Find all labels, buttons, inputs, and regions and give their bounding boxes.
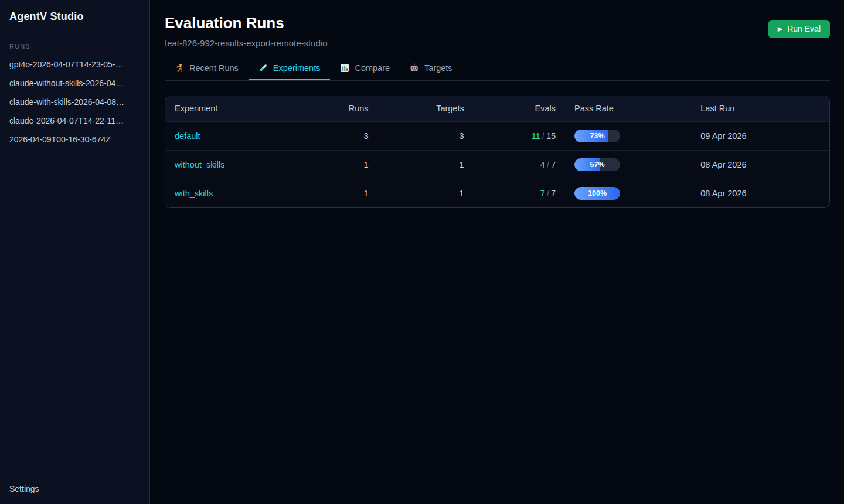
last-run-date: 08 Apr 2026 [691, 150, 829, 179]
evals-passed: 11 [532, 131, 540, 141]
pass-rate-label: 73% [574, 130, 620, 142]
pass-rate-cell: 100% [565, 179, 691, 207]
evals-passed: 4 [540, 160, 545, 169]
evals-separator: / [545, 160, 551, 169]
runs-section-label: RUNS [0, 43, 149, 50]
pass-rate-pill: 100% [574, 187, 620, 200]
runs-nav: RUNS gpt4o-2026-04-07T14-23-05-… claude-… [0, 33, 149, 475]
targets-count: 1 [378, 179, 474, 207]
experiment-link[interactable]: default [175, 131, 200, 141]
experiments-table: Experiment Runs Targets Evals Pass Rate … [165, 96, 830, 208]
play-icon: ▶ [778, 26, 782, 32]
pass-rate-label: 100% [574, 187, 620, 200]
evals-separator: / [545, 189, 551, 198]
column-header-pass-rate: Pass Rate [565, 96, 691, 122]
last-run-date: 08 Apr 2026 [691, 179, 829, 207]
page-header: Evaluation Runs feat-826-992-results-exp… [165, 15, 830, 48]
app-title: AgentV Studio [9, 11, 140, 23]
tab-bar: Recent Runs Experiments [165, 57, 830, 81]
targets-count: 1 [378, 150, 474, 179]
robot-icon [410, 63, 419, 73]
tab-targets[interactable]: Targets [400, 57, 462, 80]
tab-label: Compare [355, 63, 390, 73]
runs-count: 1 [285, 150, 378, 179]
targets-count: 3 [378, 121, 474, 150]
run-eval-button[interactable]: ▶ Run Eval [768, 20, 830, 38]
column-header-last-run: Last Run [691, 96, 829, 122]
table-row: default 3 3 11/15 73% 09 Apr 2026 [165, 121, 829, 150]
pass-rate-pill: 73% [574, 130, 620, 142]
evals-total: 15 [546, 131, 556, 141]
column-header-experiment: Experiment [165, 96, 285, 122]
tab-experiments[interactable]: Experiments [249, 57, 331, 80]
tab-label: Recent Runs [189, 63, 239, 73]
pass-rate-label: 57% [574, 158, 620, 171]
pass-rate-cell: 73% [565, 121, 691, 150]
bar-chart-icon [340, 63, 349, 73]
column-header-runs: Runs [285, 96, 378, 122]
column-header-evals: Evals [474, 96, 565, 122]
last-run-date: 09 Apr 2026 [691, 121, 829, 150]
evals-total: 7 [551, 160, 556, 169]
main-content: Evaluation Runs feat-826-992-results-exp… [150, 0, 844, 504]
table-row: with_skills 1 1 7/7 100% 08 Apr 2026 [165, 179, 829, 207]
table-header-row: Experiment Runs Targets Evals Pass Rate … [165, 96, 829, 122]
app-window: AgentV Studio RUNS gpt4o-2026-04-07T14-2… [0, 0, 844, 504]
page-subtitle: feat-826-992-results-export-remote-studi… [165, 38, 328, 48]
sidebar-run-item[interactable]: claude-2026-04-07T14-22-11… [0, 111, 149, 130]
page-title: Evaluation Runs [165, 15, 328, 32]
runs-count: 3 [285, 121, 378, 150]
evals-cell: 4/7 [474, 150, 565, 179]
table-row: without_skills 1 1 4/7 57% 08 Apr 2026 [165, 150, 829, 179]
pass-rate-pill: 57% [574, 158, 620, 171]
evals-cell: 7/7 [474, 179, 565, 207]
experiment-link[interactable]: with_skills [175, 189, 213, 198]
column-header-targets: Targets [378, 96, 474, 122]
sidebar: AgentV Studio RUNS gpt4o-2026-04-07T14-2… [0, 0, 150, 504]
run-eval-label: Run Eval [787, 24, 821, 33]
runs-count: 1 [285, 179, 378, 207]
pass-rate-cell: 57% [565, 150, 691, 179]
sidebar-header: AgentV Studio [0, 0, 149, 33]
evals-passed: 7 [540, 189, 545, 198]
evals-cell: 11/15 [474, 121, 565, 150]
sidebar-run-item[interactable]: 2026-04-09T00-16-30-674Z [0, 130, 149, 149]
sidebar-run-item[interactable]: claude-with-skills-2026-04-08… [0, 93, 149, 111]
evals-separator: / [540, 131, 546, 141]
tab-label: Experiments [273, 63, 321, 73]
sidebar-run-item[interactable]: claude-without-skills-2026-04… [0, 74, 149, 93]
tab-recent-runs[interactable]: Recent Runs [165, 57, 249, 80]
runner-icon [175, 63, 184, 73]
tab-compare[interactable]: Compare [330, 57, 400, 80]
sidebar-run-item[interactable]: gpt4o-2026-04-07T14-23-05-… [0, 55, 149, 74]
tab-label: Targets [424, 63, 452, 73]
experiment-link[interactable]: without_skills [175, 160, 224, 169]
test-tube-icon [258, 63, 268, 73]
settings-button[interactable]: Settings [0, 475, 149, 504]
evals-total: 7 [551, 189, 556, 198]
